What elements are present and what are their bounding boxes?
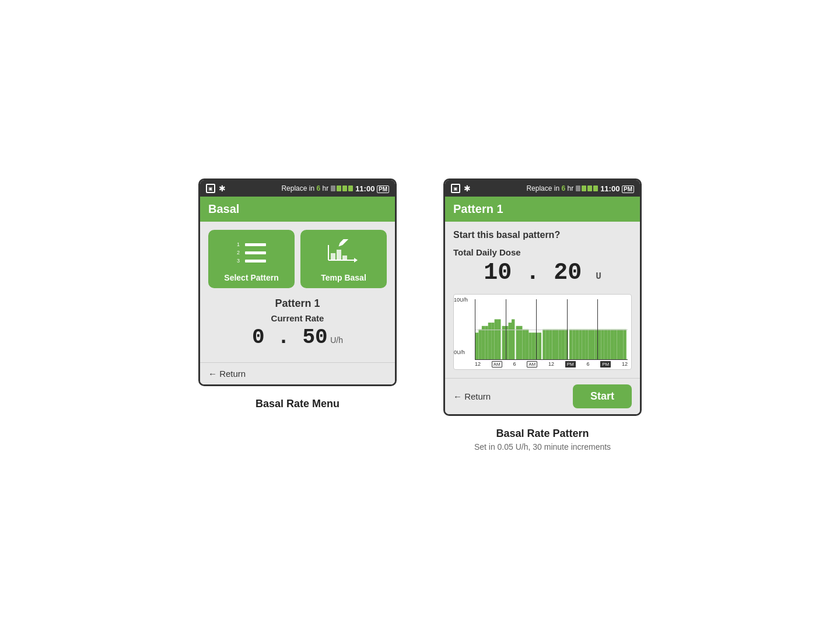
svg-rect-2: [331, 253, 335, 260]
time-display: 11:00 PM: [355, 184, 389, 193]
basal-rate-chart: 10U/h 0U/h: [453, 294, 632, 370]
left-pattern-name: Pattern 1: [208, 298, 387, 310]
right-status-bar: ▣ ✱ Replace in 6 hr: [445, 180, 640, 197]
chart-y-bottom: 0U/h: [454, 349, 468, 355]
left-device-header: Basal: [200, 197, 395, 222]
svg-rect-47: [601, 330, 604, 360]
svg-rect-33: [555, 330, 558, 360]
right-battery-bar-2: [582, 186, 586, 191]
svg-rect-19: [509, 323, 512, 359]
right-caption-title: Basal Rate Pattern: [474, 428, 611, 440]
pattern-info: Pattern 1 Current Rate 0 . 50 U/h: [208, 298, 387, 349]
left-status-bar: ▣ ✱ Replace in 6 hr: [200, 180, 395, 197]
chart-edit-svg: [326, 239, 361, 266]
svg-rect-15: [495, 319, 498, 359]
svg-rect-11: [482, 326, 485, 359]
battery-bar-3: [342, 186, 347, 191]
right-replace-number: 6: [561, 184, 565, 192]
svg-rect-14: [491, 323, 494, 359]
chart-x-axis: 12 AM 6 AM 12 PM 6 PM 12: [475, 360, 628, 367]
x-label-12-end: 12: [622, 361, 628, 367]
svg-rect-28: [538, 332, 541, 359]
left-header-title: Basal: [208, 202, 239, 215]
svg-rect-26: [532, 332, 535, 359]
total-dose-value: 10 . 20 U: [453, 260, 632, 286]
right-caption: Basal Rate Pattern Set in 0.05 U/h, 30 m…: [474, 428, 611, 452]
svg-rect-49: [607, 330, 610, 360]
x-label-12-start: 12: [475, 361, 481, 367]
right-device-header: Pattern 1: [445, 197, 640, 222]
svg-rect-21: [516, 326, 519, 359]
right-ampm-badge: PM: [622, 186, 634, 193]
right-caption-sub: Set in 0.05 U/h, 30 minute increments: [474, 442, 611, 452]
left-status-right: Replace in 6 hr 11:00 PM: [281, 184, 389, 193]
right-time-display: 11:00 PM: [600, 184, 634, 193]
right-header-title: Pattern 1: [453, 202, 503, 215]
right-device-section: ▣ ✱ Replace in 6 hr: [443, 178, 642, 452]
list-row-1: 1: [237, 242, 266, 247]
right-bluetooth-icon: ✱: [464, 184, 471, 193]
list-row-3: 3: [237, 258, 266, 264]
x-label-am2: AM: [527, 361, 537, 367]
left-device-frame: ▣ ✱ Replace in 6 hr: [198, 178, 397, 386]
chart-vline-1: [506, 299, 506, 359]
left-return-label: ← Return: [208, 369, 246, 379]
list-icon: 1 2 3: [237, 242, 266, 264]
chart-y-top: 10U/h: [454, 297, 468, 303]
x-label-12pm: 12: [548, 361, 554, 367]
total-dose-label: Total Daily Dose: [453, 247, 632, 257]
x-label-pm2: PM: [600, 361, 611, 367]
svg-rect-40: [579, 330, 582, 360]
list-row-2: 2: [237, 250, 266, 256]
current-rate-label: Current Rate: [208, 313, 387, 323]
battery-bars: [331, 186, 353, 191]
right-battery-bars: [576, 186, 598, 191]
svg-marker-6: [354, 258, 358, 262]
right-replace-text: Replace in 6 hr: [526, 184, 573, 192]
select-pattern-label: Select Pattern: [224, 273, 278, 282]
x-label-am: AM: [492, 361, 502, 367]
right-status-left: ▣ ✱: [451, 184, 471, 193]
svg-rect-9: [475, 332, 478, 359]
svg-rect-50: [611, 330, 614, 360]
right-device-content: Start this basal pattern? Total Daily Do…: [445, 222, 640, 378]
battery-bar-1: [331, 186, 335, 191]
svg-rect-10: [478, 330, 481, 360]
chart-vline-4: [597, 299, 598, 359]
svg-rect-48: [604, 330, 607, 360]
left-status-left: ▣ ✱: [206, 184, 226, 193]
sd-card-icon: ▣: [206, 184, 215, 193]
start-button[interactable]: Start: [573, 384, 632, 408]
temp-basal-button[interactable]: Temp Basal: [300, 230, 387, 288]
x-label-6: 6: [513, 361, 516, 367]
svg-rect-53: [620, 330, 623, 360]
svg-rect-13: [488, 323, 491, 359]
right-battery-bar-3: [587, 186, 592, 191]
left-return-button[interactable]: ← Return: [208, 369, 246, 379]
battery-bar-2: [337, 186, 341, 191]
rate-value-row: 0 . 50 U/h: [208, 326, 387, 349]
svg-rect-43: [589, 330, 592, 360]
svg-rect-44: [592, 330, 594, 360]
svg-rect-23: [522, 330, 525, 360]
svg-rect-22: [519, 326, 522, 359]
replace-number: 6: [316, 184, 320, 192]
left-device-section: ▣ ✱ Replace in 6 hr: [198, 178, 397, 410]
right-return-button[interactable]: ← Return: [453, 391, 491, 401]
svg-rect-41: [582, 330, 585, 360]
right-sd-card-icon: ▣: [451, 184, 460, 193]
temp-basal-label: Temp Basal: [321, 273, 366, 282]
chart-grid: [475, 299, 628, 360]
svg-rect-54: [623, 330, 626, 360]
chart-vline-3: [567, 299, 568, 359]
select-pattern-button[interactable]: 1 2 3: [208, 230, 295, 288]
svg-rect-37: [569, 330, 572, 360]
right-device-frame: ▣ ✱ Replace in 6 hr: [443, 178, 642, 416]
replace-text: Replace in 6 hr: [281, 184, 328, 192]
ampm-badge: PM: [377, 186, 389, 193]
svg-rect-39: [576, 330, 579, 360]
svg-rect-17: [502, 326, 505, 359]
battery-bar-4: [348, 186, 353, 191]
right-battery-bar-1: [576, 186, 580, 191]
svg-rect-25: [528, 332, 531, 359]
